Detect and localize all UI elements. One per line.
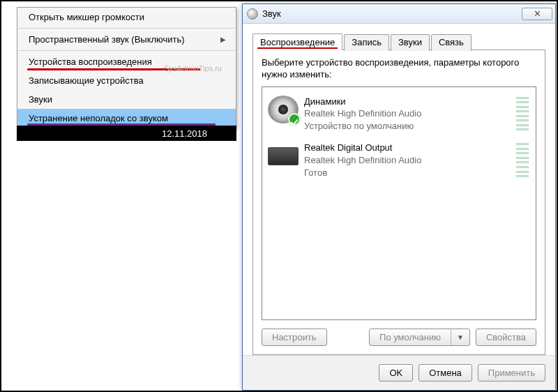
tab-panel-playback: Выберите устройство воспроизведения, пар… [252, 50, 545, 355]
window-title: Звук [262, 8, 522, 19]
device-driver: Realtek High Definition Audio [304, 154, 512, 167]
device-driver: Realtek High Definition Audio [304, 107, 512, 120]
ctx-item-label: Устранение неполадок со звуком [29, 113, 168, 123]
device-text: Realtek Digital Output Realtek High Defi… [304, 142, 512, 179]
properties-button[interactable]: Свойства [476, 329, 536, 346]
ctx-item-label: Записывающие устройства [29, 75, 144, 86]
menu-separator [18, 50, 235, 51]
ctx-spatial-sound[interactable]: Пространственный звук (Выключить) ▶ [17, 30, 236, 49]
button-label: По умолчанию [370, 329, 451, 345]
cancel-button[interactable]: Отмена [418, 364, 472, 382]
device-row[interactable]: Динамики Realtek High Definition Audio У… [266, 93, 531, 140]
ctx-item-label: Открыть микшер громкости [29, 12, 144, 22]
titlebar[interactable]: Звук ✕ [243, 4, 555, 24]
button-label: Применить [488, 368, 535, 378]
ctx-recording-devices[interactable]: Записывающие устройства SysAdminTips.ru [17, 71, 236, 90]
device-name: Динамики [304, 96, 512, 108]
apply-button[interactable]: Применить [478, 364, 545, 382]
device-status: Устройство по умолчанию [304, 120, 512, 133]
tab-label: Связь [439, 37, 464, 47]
taskbar-fragment: 12.11.2018 [17, 126, 236, 141]
ctx-item-label: Устройства воспроизведения [29, 56, 152, 67]
tab-recording[interactable]: Запись [344, 34, 389, 51]
device-status: Готов [304, 167, 512, 179]
configure-button[interactable]: Настроить [262, 329, 327, 346]
ctx-sounds[interactable]: Звуки [17, 90, 236, 109]
ctx-item-label: Пространственный звук (Выключить) [29, 34, 185, 45]
set-default-button[interactable]: По умолчанию ▼ [369, 329, 470, 346]
close-icon: ✕ [534, 8, 541, 19]
ctx-troubleshoot-sound[interactable]: Устранение неполадок со звуком [17, 109, 236, 128]
chevron-right-icon: ▶ [220, 36, 226, 43]
device-list[interactable]: Динамики Realtek High Definition Audio У… [262, 86, 536, 320]
button-label: Отмена [429, 368, 462, 378]
chevron-down-icon[interactable]: ▼ [451, 331, 469, 344]
dialog-footer: OK Отмена Применить [243, 355, 555, 390]
panel-instruction: Выберите устройство воспроизведения, пар… [262, 57, 536, 81]
tab-communications[interactable]: Связь [431, 34, 472, 51]
tab-label: Воспроизведение [260, 37, 335, 47]
button-label: OK [389, 368, 402, 378]
volume-context-menu: Открыть микшер громкости Пространственны… [17, 7, 236, 128]
taskbar-date: 12.11.2018 [162, 128, 207, 139]
ctx-open-mixer[interactable]: Открыть микшер громкости [17, 8, 236, 27]
close-button[interactable]: ✕ [522, 8, 552, 20]
dialog-body: Воспроизведение Запись Звуки Связь Выбер… [243, 24, 555, 355]
ok-button[interactable]: OK [379, 364, 413, 382]
panel-button-row: Настроить По умолчанию ▼ Свойства [262, 329, 536, 346]
sound-dialog: Звук ✕ Воспроизведение Запись Звуки Связ… [242, 3, 556, 391]
device-row[interactable]: Realtek Digital Output Realtek High Defi… [266, 139, 531, 186]
digital-output-icon [268, 147, 299, 165]
tab-label: Запись [352, 37, 382, 47]
menu-separator [18, 28, 235, 29]
ctx-item-label: Звуки [29, 94, 52, 105]
default-check-icon [288, 113, 301, 126]
tab-sounds[interactable]: Звуки [391, 34, 430, 51]
level-meter [516, 96, 529, 133]
device-text: Динамики Realtek High Definition Audio У… [304, 96, 512, 133]
annotation-underline-red [27, 68, 200, 70]
button-label: Свойства [486, 332, 526, 342]
level-meter [516, 142, 529, 179]
tab-playback[interactable]: Воспроизведение [252, 33, 342, 50]
device-name: Realtek Digital Output [304, 142, 512, 154]
tab-strip: Воспроизведение Запись Звуки Связь [252, 33, 545, 50]
button-label: Настроить [272, 332, 317, 342]
speaker-icon [268, 96, 299, 123]
speaker-icon [247, 8, 258, 20]
tab-label: Звуки [398, 37, 422, 47]
ctx-playback-devices[interactable]: Устройства воспроизведения [17, 52, 236, 71]
